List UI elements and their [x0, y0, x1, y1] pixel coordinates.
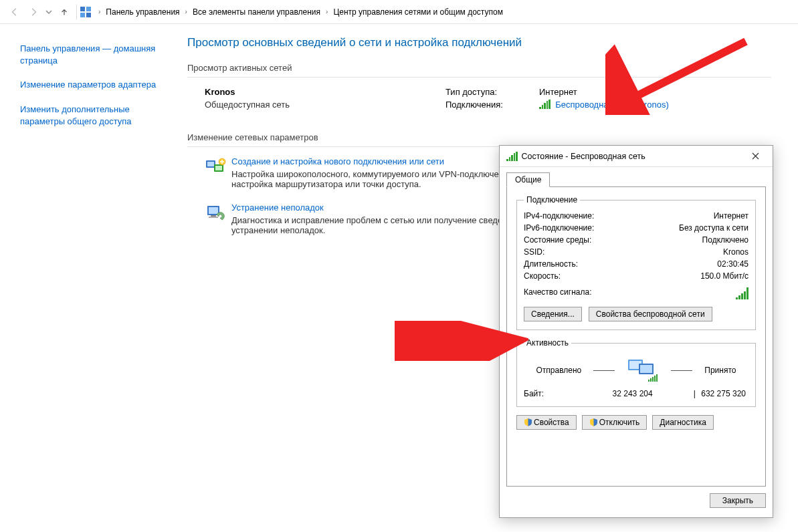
speed-label: Скорость: — [524, 271, 561, 281]
setup-connection-desc: Настройка широкополосного, коммутируемог… — [231, 169, 539, 189]
network-type: Общедоступная сеть — [205, 100, 445, 110]
duration-label: Длительность: — [524, 259, 578, 269]
setup-connection-link[interactable]: Создание и настройка нового подключения … — [231, 156, 539, 166]
page-title: Просмотр основных сведений о сети и наст… — [187, 36, 771, 49]
svg-rect-19 — [652, 377, 654, 382]
svg-rect-12 — [209, 217, 218, 218]
sent-label: Отправлено — [536, 366, 582, 375]
shield-icon — [524, 418, 532, 426]
breadcrumb[interactable]: › Панель управления › Все элементы панел… — [80, 6, 504, 18]
svg-rect-3 — [86, 13, 91, 17]
details-button[interactable]: Сведения... — [524, 307, 582, 321]
ipv4-value: Интернет — [714, 211, 749, 221]
wireless-status-dialog: Состояние - Беспроводная сеть Общие Подк… — [499, 145, 773, 518]
active-network: Kronos Общедоступная сеть Тип доступа: И… — [187, 87, 771, 112]
svg-rect-0 — [80, 7, 85, 11]
connection-group-legend: Подключение — [524, 195, 580, 205]
svg-rect-16 — [640, 365, 652, 373]
access-type-value: Интернет — [539, 87, 577, 97]
svg-rect-20 — [654, 376, 656, 382]
signal-quality-icon — [736, 287, 749, 299]
nav-up-button[interactable] — [55, 3, 74, 21]
svg-rect-7 — [215, 166, 222, 170]
ssid-value: Kronos — [723, 247, 749, 257]
wifi-signal-icon — [539, 100, 551, 109]
bytes-separator: | — [688, 389, 701, 398]
control-panel-icon — [80, 6, 92, 18]
connections-label: Подключения: — [445, 100, 539, 110]
svg-rect-10 — [209, 207, 218, 214]
close-dialog-button[interactable]: Закрыть — [710, 493, 766, 508]
svg-rect-18 — [650, 378, 652, 382]
svg-rect-5 — [207, 162, 214, 166]
received-label: Принято — [704, 366, 736, 375]
ipv6-label: IPv6-подключение: — [524, 223, 594, 233]
sidebar-link-home[interactable]: Панель управления — домашняя страница — [20, 43, 159, 67]
properties-button[interactable]: Свойства — [516, 415, 577, 430]
troubleshoot-desc: Диагностика и исправление проблем с сеть… — [231, 215, 539, 235]
activity-group-legend: Активность — [524, 338, 571, 348]
ipv4-label: IPv4-подключение: — [524, 211, 594, 221]
connection-group: Подключение IPv4-подключение:Интернет IP… — [516, 195, 756, 330]
chevron-right-icon: › — [184, 8, 189, 15]
disable-button[interactable]: Отключить — [582, 415, 647, 430]
section-active-networks-title: Просмотр активных сетей — [187, 63, 771, 73]
connection-link[interactable]: Беспроводная сеть (Kronos) — [555, 100, 669, 110]
svg-rect-11 — [211, 215, 216, 217]
media-state-value: Подключено — [702, 235, 749, 245]
svg-rect-21 — [656, 374, 658, 382]
properties-button-label: Свойства — [534, 418, 569, 427]
media-state-label: Состояние среды: — [524, 235, 591, 245]
close-button[interactable] — [742, 147, 769, 166]
tab-general[interactable]: Общие — [506, 172, 550, 187]
nav-back-button[interactable] — [5, 3, 24, 21]
ipv6-value: Без доступа к сети — [679, 223, 749, 233]
disable-button-label: Отключить — [599, 418, 640, 427]
svg-rect-17 — [648, 380, 650, 382]
activity-monitors-icon — [627, 357, 659, 384]
chevron-right-icon: › — [97, 8, 102, 15]
section-change-settings-title: Изменение сетевых параметров — [187, 132, 771, 142]
svg-rect-2 — [80, 13, 85, 17]
activity-group: Активность Отправлено — [516, 338, 756, 407]
duration-value: 02:30:45 — [717, 259, 749, 269]
speed-value: 150.0 Мбит/с — [700, 271, 749, 281]
network-name: Kronos — [205, 87, 445, 97]
nav-forward-button[interactable] — [24, 3, 43, 21]
dialog-title: Состояние - Беспроводная сеть — [522, 152, 645, 161]
access-type-label: Тип доступа: — [445, 87, 539, 97]
svg-rect-1 — [86, 7, 91, 11]
wireless-properties-button[interactable]: Свойства беспроводной сети — [589, 307, 712, 321]
breadcrumb-item[interactable]: Все элементы панели управления — [191, 6, 322, 18]
bytes-label: Байт: — [524, 389, 577, 398]
wifi-signal-icon — [506, 152, 518, 161]
new-connection-icon — [205, 156, 226, 189]
sidebar-link-sharing-settings[interactable]: Изменить дополнительные параметры общего… — [20, 104, 159, 128]
signal-quality-label: Качество сигнала: — [524, 287, 591, 301]
troubleshoot-icon — [205, 203, 226, 235]
chevron-right-icon: › — [324, 8, 329, 15]
bytes-received-value: 632 275 320 — [701, 389, 746, 398]
bytes-sent-value: 32 243 204 — [577, 389, 688, 398]
troubleshoot-link[interactable]: Устранение неполадок — [231, 203, 539, 213]
address-bar: › Панель управления › Все элементы панел… — [0, 0, 798, 24]
breadcrumb-item[interactable]: Центр управления сетями и общим доступом — [332, 6, 504, 18]
divider — [187, 77, 771, 78]
sidebar-link-adapter-settings[interactable]: Изменение параметров адаптера — [20, 79, 159, 91]
shield-icon — [589, 418, 598, 426]
ssid-label: SSID: — [524, 247, 544, 257]
dialog-titlebar[interactable]: Состояние - Беспроводная сеть — [500, 146, 773, 167]
sidebar: Панель управления — домашняя страница Из… — [0, 24, 174, 532]
diagnose-button[interactable]: Диагностика — [652, 415, 714, 430]
tab-panel-general: Подключение IPv4-подключение:Интернет IP… — [506, 187, 766, 487]
nav-recent-dropdown[interactable] — [43, 3, 55, 21]
breadcrumb-item[interactable]: Панель управления — [104, 6, 181, 18]
